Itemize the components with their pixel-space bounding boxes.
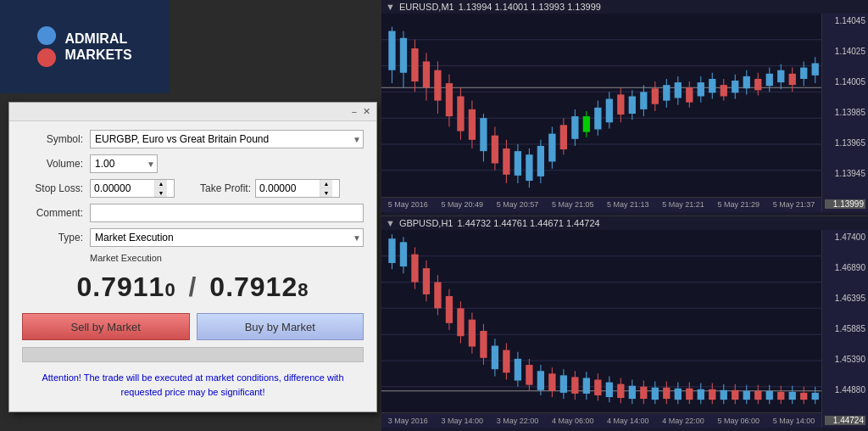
gbpusd-price-1: 1.47400 [825,232,865,242]
svg-rect-163 [800,392,807,399]
comment-row: Comment: [22,204,364,222]
logo-text: ADMIRAL MARKETS [64,31,131,63]
volume-select[interactable]: 1.00 [90,154,158,173]
svg-rect-80 [800,68,807,79]
eurusd-time-8: 5 May 21:37 [773,200,815,209]
dialog-body: Symbol: EURGBP, Euro vs Great Britain Po… [9,121,376,411]
close-button[interactable]: ✕ [360,106,372,118]
gbpusd-arrow-icon: ▼ [386,218,395,228]
attention-text: Attention! The trade will be executed at… [22,371,364,399]
stoploss-up-button[interactable]: ▲ [155,180,167,188]
eurusd-symbol: EURUSD,M1 [399,2,454,12]
svg-rect-42 [583,116,590,132]
svg-rect-76 [777,70,784,82]
volume-label: Volume: [22,158,90,170]
svg-rect-10 [400,38,407,73]
gbpusd-time-8: 5 May 14:00 [773,417,815,425]
takeprofit-label: Take Profit: [187,182,251,194]
stoploss-label: Stop Loss: [22,182,90,194]
stoploss-spin-buttons: ▲ ▼ [154,180,167,197]
svg-rect-24 [480,118,487,151]
type-row: Type: Market Execution ▼ [22,228,364,247]
progress-bar [22,347,364,362]
svg-rect-161 [789,391,796,399]
takeprofit-down-button[interactable]: ▼ [320,188,332,197]
svg-rect-40 [571,116,578,139]
svg-rect-64 [709,79,715,92]
svg-rect-22 [469,109,476,140]
svg-rect-159 [777,391,784,399]
right-panel: ▼ EURUSD,M1 1.13994 1.14001 1.13993 1.13… [381,0,868,431]
stoploss-down-button[interactable]: ▼ [155,188,167,197]
svg-rect-66 [721,85,727,96]
svg-rect-103 [457,308,464,336]
gbpusd-chart-header: ▼ GBPUSD,H1 1.44732 1.44761 1.44671 1.44… [381,216,868,230]
dialog-titlebar: − ✕ [9,103,376,121]
svg-rect-147 [709,389,715,399]
svg-rect-60 [686,87,693,102]
svg-rect-68 [732,81,738,92]
svg-rect-99 [434,282,441,308]
takeprofit-field[interactable]: 0.00000 [256,181,320,196]
gbpusd-time-1: 3 May 2016 [388,417,428,425]
svg-rect-109 [492,345,498,369]
buy-button[interactable]: Buy by Market [197,313,364,340]
svg-rect-105 [469,319,476,346]
gbpusd-chart: ▼ GBPUSD,H1 1.44732 1.44761 1.44671 1.44… [381,216,868,432]
symbol-select[interactable]: EURGBP, Euro vs Great Britain Pound [90,130,364,148]
svg-rect-14 [423,61,430,87]
gbpusd-price-4: 1.45885 [825,324,865,333]
sell-button[interactable]: Sell by Market [22,313,190,340]
gbpusd-time-2: 3 May 14:00 [442,417,484,425]
svg-rect-20 [457,96,464,131]
svg-rect-149 [721,389,727,399]
gbpusd-candlestick-area [381,230,821,413]
gbpusd-prices: 1.44732 1.44761 1.44671 1.44724 [457,218,599,228]
price-separator: / [189,271,206,302]
svg-rect-30 [515,151,521,176]
svg-rect-32 [526,154,532,181]
gbpusd-time-6: 4 May 22:00 [662,417,704,425]
minimize-button[interactable]: − [348,106,360,118]
stoploss-input[interactable]: 0.00000 ▲ ▼ [90,179,175,198]
comment-field[interactable] [90,204,364,222]
svg-rect-121 [560,375,567,393]
svg-rect-107 [480,331,487,358]
svg-rect-54 [652,88,659,104]
svg-rect-135 [640,386,647,398]
eurusd-price-5: 1.13965 [825,138,865,148]
gbpusd-time-7: 5 May 06:00 [717,417,760,425]
eurusd-chart-header: ▼ EURUSD,M1 1.13994 1.14001 1.13993 1.13… [381,0,868,14]
stoploss-field[interactable]: 0.00000 [91,181,154,196]
svg-rect-125 [583,378,590,393]
eurusd-time-2: 5 May 20:49 [442,200,484,209]
gbpusd-price-2: 1.46890 [825,263,865,272]
takeprofit-up-button[interactable]: ▲ [320,180,332,188]
svg-rect-28 [503,148,509,175]
action-buttons: Sell by Market Buy by Market [22,313,364,340]
symbol-label: Symbol: [22,133,90,145]
eurusd-chart: ▼ EURUSD,M1 1.13994 1.14001 1.13993 1.13… [381,0,868,216]
eurusd-time-axis: 5 May 2016 5 May 20:49 5 May 20:57 5 May… [381,197,821,212]
eurusd-time-3: 5 May 20:57 [497,200,539,209]
takeprofit-input[interactable]: 0.00000 ▲ ▼ [255,179,340,198]
attention-line1: Attention! The trade will be executed at… [22,371,364,385]
svg-rect-137 [652,387,659,399]
price-display: 0.79110 / 0.79128 [22,271,364,303]
svg-rect-62 [698,82,704,96]
eurusd-candlestick-area [381,14,821,197]
circle-blue-icon [37,26,56,45]
gbpusd-time-3: 3 May 22:00 [497,417,539,425]
svg-rect-131 [617,383,624,397]
svg-rect-50 [629,96,636,114]
svg-rect-117 [537,371,544,390]
eurusd-price-6: 1.13945 [825,169,865,178]
logo-area: ADMIRAL MARKETS [0,0,170,93]
gbpusd-time-axis: 3 May 2016 3 May 14:00 3 May 22:00 4 May… [381,412,821,428]
svg-rect-82 [812,63,819,75]
svg-rect-155 [754,390,761,399]
type-select[interactable]: Market Execution [90,228,364,247]
stoploss-row: Stop Loss: 0.00000 ▲ ▼ Take Profit: 0.00… [22,179,364,198]
svg-rect-119 [548,373,555,391]
eurusd-price-2: 1.14025 [825,47,865,56]
